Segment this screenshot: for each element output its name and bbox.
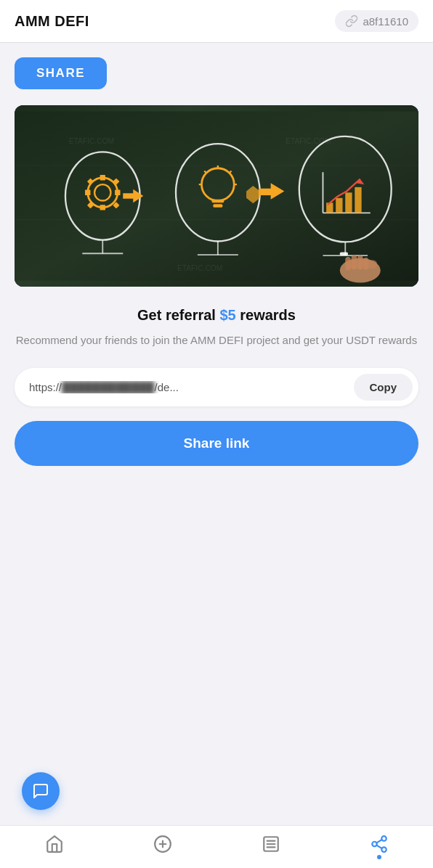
heading-text-start: Get referral [137, 307, 219, 323]
heading-text-end: rewards [236, 307, 296, 323]
svg-rect-40 [355, 187, 361, 213]
referral-heading: Get referral $5 rewards [15, 307, 418, 324]
nav-item-list[interactable] [249, 835, 293, 853]
svg-rect-45 [352, 255, 357, 270]
active-nav-dot [377, 855, 381, 859]
svg-rect-8 [100, 175, 105, 180]
bottom-navigation [0, 825, 433, 868]
svg-text:ETAFIC.COM: ETAFIC.COM [177, 264, 222, 272]
user-id-text: a8f11610 [363, 15, 408, 28]
heading-highlight: $5 [219, 307, 235, 323]
svg-line-63 [376, 840, 381, 843]
nav-item-home[interactable] [33, 835, 76, 853]
link-icon [345, 15, 358, 28]
svg-rect-17 [123, 193, 135, 198]
url-blurred: ████████████ [62, 381, 155, 393]
url-box: https://████████████/de... Copy [15, 368, 418, 406]
hero-image: ETAFIC.COM ETAFIC.COM ETAFIC.COM [15, 105, 418, 287]
url-prefix: https:// [29, 381, 62, 393]
svg-rect-48 [340, 252, 348, 255]
svg-rect-10 [85, 190, 90, 195]
copy-button[interactable]: Copy [354, 374, 413, 401]
svg-rect-47 [363, 258, 368, 270]
svg-rect-44 [345, 257, 350, 271]
share-icon [370, 835, 389, 853]
share-top-button[interactable]: SHARE [15, 57, 107, 89]
svg-text:ETAFIC.COM: ETAFIC.COM [69, 137, 114, 145]
hero-image-container: ETAFIC.COM ETAFIC.COM ETAFIC.COM [15, 105, 418, 287]
svg-rect-46 [357, 255, 363, 270]
svg-rect-38 [336, 198, 342, 213]
referral-heading-section: Get referral $5 rewards Recommend your f… [15, 307, 418, 349]
list-icon [262, 835, 280, 853]
home-icon [45, 835, 64, 853]
svg-rect-9 [100, 205, 105, 210]
chat-bubble-icon [32, 782, 49, 800]
chalkboard-illustration: ETAFIC.COM ETAFIC.COM ETAFIC.COM [15, 105, 418, 287]
referral-url: https://████████████/de... [29, 381, 354, 393]
svg-rect-11 [115, 190, 120, 195]
referral-description: Recommend your friends to join the AMM D… [15, 332, 418, 349]
svg-rect-39 [345, 192, 352, 213]
nav-item-transfer[interactable] [141, 835, 185, 853]
app-header: AMM DEFI a8f11610 [0, 0, 433, 43]
share-link-button[interactable]: Share link [15, 421, 418, 466]
app-title: AMM DEFI [15, 13, 89, 30]
svg-text:ETAFIC.COM: ETAFIC.COM [286, 137, 331, 145]
url-suffix: /de... [155, 381, 179, 393]
svg-rect-23 [213, 204, 222, 208]
svg-rect-22 [211, 200, 224, 203]
chat-floating-button[interactable] [22, 772, 60, 810]
main-content: SHARE [0, 43, 433, 539]
svg-rect-30 [259, 189, 274, 195]
user-id-badge: a8f11610 [335, 10, 418, 32]
svg-line-62 [376, 846, 381, 848]
transfer-icon [153, 835, 172, 853]
nav-item-share[interactable] [357, 835, 401, 853]
